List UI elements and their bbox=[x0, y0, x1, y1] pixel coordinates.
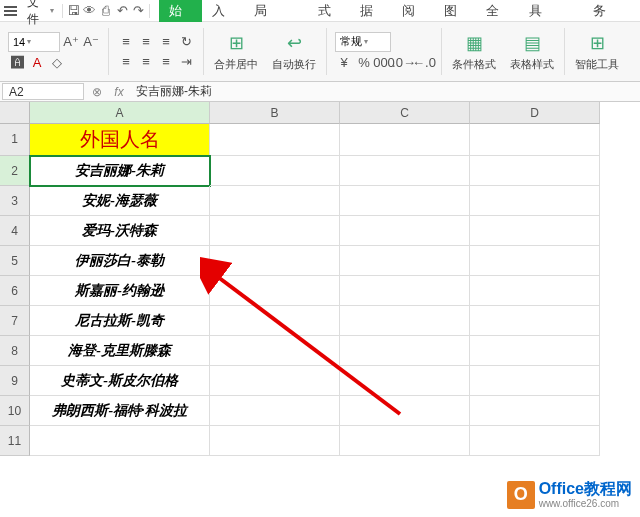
save-icon[interactable]: 🖫 bbox=[65, 2, 81, 20]
cell-a3[interactable]: 安妮-海瑟薇 bbox=[30, 186, 210, 216]
cell-a6[interactable]: 斯嘉丽-约翰逊 bbox=[30, 276, 210, 306]
undo-icon[interactable]: ↶ bbox=[114, 2, 130, 20]
tab-developer[interactable]: 开发工具 bbox=[519, 0, 583, 22]
cell-a9[interactable]: 史蒂文-斯皮尔伯格 bbox=[30, 366, 210, 396]
cell-a8[interactable]: 海登-克里斯滕森 bbox=[30, 336, 210, 366]
tab-review[interactable]: 审阅 bbox=[392, 0, 434, 22]
tab-security[interactable]: 安全 bbox=[476, 0, 518, 22]
cell[interactable] bbox=[470, 426, 600, 456]
align-bottom-icon[interactable]: ≡ bbox=[157, 33, 175, 51]
cell[interactable] bbox=[340, 124, 470, 156]
font-color-icon[interactable]: A bbox=[28, 54, 46, 72]
percent-icon[interactable]: % bbox=[355, 54, 373, 72]
cell-a10[interactable]: 弗朗西斯-福特·科波拉 bbox=[30, 396, 210, 426]
cell[interactable] bbox=[210, 246, 340, 276]
cell[interactable] bbox=[470, 124, 600, 156]
print-preview-icon[interactable]: 👁 bbox=[81, 2, 97, 20]
col-header-a[interactable]: A bbox=[30, 102, 210, 124]
cell[interactable] bbox=[210, 306, 340, 336]
align-middle-icon[interactable]: ≡ bbox=[137, 33, 155, 51]
cell-a7[interactable]: 尼古拉斯-凯奇 bbox=[30, 306, 210, 336]
tab-insert[interactable]: 插入 bbox=[202, 0, 244, 22]
tab-home[interactable]: 开始 bbox=[159, 0, 201, 22]
row-header[interactable]: 8 bbox=[0, 336, 30, 366]
file-menu[interactable]: 文件▾ bbox=[21, 0, 60, 28]
fill-color-icon[interactable]: 🅰 bbox=[8, 54, 26, 72]
col-header-d[interactable]: D bbox=[470, 102, 600, 124]
row-header[interactable]: 5 bbox=[0, 246, 30, 276]
comma-icon[interactable]: 000 bbox=[375, 54, 393, 72]
formula-bar[interactable]: 安吉丽娜-朱莉 bbox=[130, 83, 640, 100]
tab-formulas[interactable]: 公式 bbox=[308, 0, 350, 22]
number-format-selector[interactable]: 常规▾ bbox=[335, 32, 391, 52]
cell[interactable] bbox=[470, 396, 600, 426]
cell[interactable] bbox=[470, 156, 600, 186]
cell[interactable] bbox=[210, 186, 340, 216]
row-header[interactable]: 1 bbox=[0, 124, 30, 156]
align-top-icon[interactable]: ≡ bbox=[117, 33, 135, 51]
cell-a5[interactable]: 伊丽莎白-泰勒 bbox=[30, 246, 210, 276]
cell[interactable] bbox=[340, 336, 470, 366]
align-left-icon[interactable]: ≡ bbox=[117, 53, 135, 71]
row-header[interactable]: 4 bbox=[0, 216, 30, 246]
cell-a4[interactable]: 爱玛-沃特森 bbox=[30, 216, 210, 246]
cell[interactable] bbox=[470, 216, 600, 246]
currency-icon[interactable]: ¥ bbox=[335, 54, 353, 72]
cell[interactable] bbox=[470, 366, 600, 396]
select-all-corner[interactable] bbox=[0, 102, 30, 124]
cell[interactable] bbox=[340, 306, 470, 336]
cell[interactable] bbox=[210, 276, 340, 306]
cell[interactable] bbox=[340, 426, 470, 456]
increase-font-icon[interactable]: A⁺ bbox=[62, 33, 80, 51]
cell[interactable] bbox=[210, 426, 340, 456]
decrease-decimal-icon[interactable]: ←.0 bbox=[415, 54, 433, 72]
cell[interactable] bbox=[210, 336, 340, 366]
row-header[interactable]: 3 bbox=[0, 186, 30, 216]
table-style-button[interactable]: ▤ 表格样式 bbox=[504, 29, 560, 74]
cell[interactable] bbox=[340, 276, 470, 306]
align-right-icon[interactable]: ≡ bbox=[157, 53, 175, 71]
increase-decimal-icon[interactable]: .0→ bbox=[395, 54, 413, 72]
cancel-icon[interactable]: ⊗ bbox=[86, 85, 108, 99]
merge-center-button[interactable]: ⊞ 合并居中 bbox=[208, 29, 264, 74]
cell[interactable] bbox=[210, 124, 340, 156]
decrease-font-icon[interactable]: A⁻ bbox=[82, 33, 100, 51]
row-header[interactable]: 7 bbox=[0, 306, 30, 336]
tab-view[interactable]: 视图 bbox=[434, 0, 476, 22]
cell[interactable] bbox=[340, 366, 470, 396]
print-icon[interactable]: ⎙ bbox=[98, 2, 114, 20]
wrap-text-button[interactable]: ↩ 自动换行 bbox=[266, 29, 322, 74]
cell[interactable] bbox=[470, 186, 600, 216]
cell[interactable] bbox=[470, 276, 600, 306]
font-size-selector[interactable]: 14▾ bbox=[8, 32, 60, 52]
cell[interactable] bbox=[470, 246, 600, 276]
cell[interactable] bbox=[340, 156, 470, 186]
row-header[interactable]: 6 bbox=[0, 276, 30, 306]
redo-icon[interactable]: ↷ bbox=[130, 2, 146, 20]
cell[interactable] bbox=[470, 336, 600, 366]
align-center-icon[interactable]: ≡ bbox=[137, 53, 155, 71]
cell-a2[interactable]: 安吉丽娜-朱莉 bbox=[30, 156, 210, 186]
cell[interactable] bbox=[470, 306, 600, 336]
cell[interactable] bbox=[340, 246, 470, 276]
col-header-b[interactable]: B bbox=[210, 102, 340, 124]
hamburger-icon[interactable] bbox=[4, 6, 17, 16]
row-header[interactable]: 2 bbox=[0, 156, 30, 186]
cell[interactable] bbox=[210, 366, 340, 396]
tab-cloud[interactable]: 云服务 bbox=[583, 0, 636, 22]
orientation-icon[interactable]: ↻ bbox=[177, 33, 195, 51]
fx-icon[interactable]: fx bbox=[108, 85, 130, 99]
cell[interactable] bbox=[340, 396, 470, 426]
row-header[interactable]: 10 bbox=[0, 396, 30, 426]
clear-format-icon[interactable]: ◇ bbox=[48, 54, 66, 72]
col-header-c[interactable]: C bbox=[340, 102, 470, 124]
smart-tools-button[interactable]: ⊞ 智能工具 bbox=[569, 29, 625, 74]
name-box[interactable]: A2 bbox=[2, 83, 84, 100]
indent-icon[interactable]: ⇥ bbox=[177, 53, 195, 71]
tab-page-layout[interactable]: 页面布局 bbox=[244, 0, 308, 22]
cell-a1[interactable]: 外国人名 bbox=[30, 124, 210, 156]
cell[interactable] bbox=[340, 216, 470, 246]
cell[interactable] bbox=[340, 186, 470, 216]
row-header[interactable]: 9 bbox=[0, 366, 30, 396]
tab-data[interactable]: 数据 bbox=[350, 0, 392, 22]
